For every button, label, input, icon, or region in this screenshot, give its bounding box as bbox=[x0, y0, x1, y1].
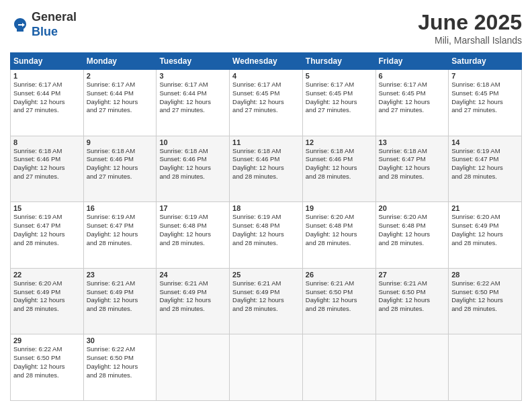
cell-content: Sunrise: 6:21 AM Sunset: 6:49 PM Dayligh… bbox=[232, 279, 300, 314]
table-cell: 10 Sunrise: 6:18 AM Sunset: 6:46 PM Dayl… bbox=[157, 136, 230, 202]
location: Mili, Marshall Islands bbox=[418, 35, 522, 46]
cell-content: Sunrise: 6:19 AM Sunset: 6:47 PM Dayligh… bbox=[451, 147, 519, 181]
day-number: 14 bbox=[451, 138, 519, 146]
day-number: 27 bbox=[379, 271, 446, 279]
logo: General Blue bbox=[10, 10, 77, 39]
table-row: 1 Sunrise: 6:17 AM Sunset: 6:44 PM Dayli… bbox=[11, 70, 522, 136]
cell-content: Sunrise: 6:20 AM Sunset: 6:48 PM Dayligh… bbox=[379, 213, 446, 247]
table-cell: 27 Sunrise: 6:21 AM Sunset: 6:50 PM Dayl… bbox=[375, 268, 449, 334]
cell-content: Sunrise: 6:19 AM Sunset: 6:48 PM Dayligh… bbox=[159, 213, 226, 247]
logo-blue: Blue bbox=[32, 25, 77, 40]
day-number: 2 bbox=[87, 72, 154, 80]
day-number: 21 bbox=[451, 204, 519, 212]
table-cell: 12 Sunrise: 6:18 AM Sunset: 6:46 PM Dayl… bbox=[302, 136, 375, 202]
cell-content: Sunrise: 6:18 AM Sunset: 6:46 PM Dayligh… bbox=[13, 147, 81, 181]
table-cell: 20 Sunrise: 6:20 AM Sunset: 6:48 PM Dayl… bbox=[375, 202, 449, 269]
day-number: 5 bbox=[306, 72, 373, 80]
day-number: 13 bbox=[379, 138, 446, 146]
cell-content: Sunrise: 6:17 AM Sunset: 6:44 PM Dayligh… bbox=[13, 81, 81, 115]
header: General Blue June 2025 Mili, Marshall Is… bbox=[10, 10, 522, 46]
table-cell: 1 Sunrise: 6:17 AM Sunset: 6:44 PM Dayli… bbox=[11, 70, 84, 136]
table-cell: 29 Sunrise: 6:22 AM Sunset: 6:50 PM Dayl… bbox=[11, 334, 84, 401]
day-number: 4 bbox=[232, 72, 300, 80]
cell-content: Sunrise: 6:20 AM Sunset: 6:48 PM Dayligh… bbox=[306, 213, 373, 247]
day-number: 22 bbox=[13, 271, 81, 279]
table-cell: 25 Sunrise: 6:21 AM Sunset: 6:49 PM Dayl… bbox=[230, 268, 303, 334]
table-cell: 26 Sunrise: 6:21 AM Sunset: 6:50 PM Dayl… bbox=[302, 268, 375, 334]
col-friday: Friday bbox=[375, 53, 449, 70]
day-number: 6 bbox=[379, 72, 446, 80]
table-cell: 16 Sunrise: 6:19 AM Sunset: 6:47 PM Dayl… bbox=[83, 202, 157, 269]
cell-content: Sunrise: 6:22 AM Sunset: 6:50 PM Dayligh… bbox=[87, 345, 154, 379]
cell-content: Sunrise: 6:21 AM Sunset: 6:50 PM Dayligh… bbox=[306, 279, 373, 314]
table-cell: 8 Sunrise: 6:18 AM Sunset: 6:46 PM Dayli… bbox=[11, 136, 84, 202]
page: General Blue June 2025 Mili, Marshall Is… bbox=[0, 0, 532, 411]
table-cell: 21 Sunrise: 6:20 AM Sunset: 6:49 PM Dayl… bbox=[449, 202, 522, 269]
day-number: 29 bbox=[13, 336, 81, 345]
table-row: 29 Sunrise: 6:22 AM Sunset: 6:50 PM Dayl… bbox=[11, 334, 522, 401]
table-row: 8 Sunrise: 6:18 AM Sunset: 6:46 PM Dayli… bbox=[11, 136, 522, 202]
cell-content: Sunrise: 6:17 AM Sunset: 6:45 PM Dayligh… bbox=[306, 81, 373, 115]
day-number: 8 bbox=[13, 138, 81, 146]
table-cell: 15 Sunrise: 6:19 AM Sunset: 6:47 PM Dayl… bbox=[11, 202, 84, 269]
day-number: 26 bbox=[306, 271, 373, 279]
cell-content: Sunrise: 6:19 AM Sunset: 6:47 PM Dayligh… bbox=[87, 213, 154, 247]
table-cell: 9 Sunrise: 6:18 AM Sunset: 6:46 PM Dayli… bbox=[83, 136, 157, 202]
table-cell: 28 Sunrise: 6:22 AM Sunset: 6:50 PM Dayl… bbox=[449, 268, 522, 334]
cell-content: Sunrise: 6:17 AM Sunset: 6:45 PM Dayligh… bbox=[232, 81, 300, 115]
table-cell bbox=[230, 334, 303, 401]
logo-general: General bbox=[32, 10, 77, 25]
col-monday: Monday bbox=[83, 53, 157, 70]
day-number: 23 bbox=[87, 271, 154, 279]
col-wednesday: Wednesday bbox=[230, 53, 303, 70]
cell-content: Sunrise: 6:18 AM Sunset: 6:46 PM Dayligh… bbox=[87, 147, 154, 181]
title-area: June 2025 Mili, Marshall Islands bbox=[418, 10, 522, 46]
table-cell: 4 Sunrise: 6:17 AM Sunset: 6:45 PM Dayli… bbox=[230, 70, 303, 136]
table-cell bbox=[302, 334, 375, 401]
header-row: Sunday Monday Tuesday Wednesday Thursday… bbox=[11, 53, 522, 70]
day-number: 28 bbox=[451, 271, 519, 279]
table-row: 22 Sunrise: 6:20 AM Sunset: 6:49 PM Dayl… bbox=[11, 268, 522, 334]
table-cell: 3 Sunrise: 6:17 AM Sunset: 6:44 PM Dayli… bbox=[157, 70, 230, 136]
cell-content: Sunrise: 6:17 AM Sunset: 6:44 PM Dayligh… bbox=[87, 81, 154, 115]
table-cell: 24 Sunrise: 6:21 AM Sunset: 6:49 PM Dayl… bbox=[157, 268, 230, 334]
day-number: 11 bbox=[232, 138, 300, 146]
day-number: 20 bbox=[379, 204, 446, 212]
cell-content: Sunrise: 6:18 AM Sunset: 6:46 PM Dayligh… bbox=[159, 147, 226, 181]
col-tuesday: Tuesday bbox=[157, 53, 230, 70]
col-thursday: Thursday bbox=[302, 53, 375, 70]
day-number: 24 bbox=[159, 271, 226, 279]
cell-content: Sunrise: 6:17 AM Sunset: 6:44 PM Dayligh… bbox=[159, 81, 226, 115]
month-title: June 2025 bbox=[418, 10, 522, 35]
cell-content: Sunrise: 6:21 AM Sunset: 6:50 PM Dayligh… bbox=[379, 279, 446, 314]
cell-content: Sunrise: 6:22 AM Sunset: 6:50 PM Dayligh… bbox=[13, 345, 81, 379]
logo-icon bbox=[10, 15, 30, 35]
day-number: 18 bbox=[232, 204, 300, 212]
table-cell: 30 Sunrise: 6:22 AM Sunset: 6:50 PM Dayl… bbox=[83, 334, 157, 401]
table-cell: 23 Sunrise: 6:21 AM Sunset: 6:49 PM Dayl… bbox=[83, 268, 157, 334]
table-cell: 13 Sunrise: 6:18 AM Sunset: 6:47 PM Dayl… bbox=[375, 136, 449, 202]
day-number: 19 bbox=[306, 204, 373, 212]
cell-content: Sunrise: 6:17 AM Sunset: 6:45 PM Dayligh… bbox=[379, 81, 446, 115]
cell-content: Sunrise: 6:18 AM Sunset: 6:45 PM Dayligh… bbox=[451, 81, 519, 115]
table-cell: 14 Sunrise: 6:19 AM Sunset: 6:47 PM Dayl… bbox=[449, 136, 522, 202]
calendar-table: Sunday Monday Tuesday Wednesday Thursday… bbox=[10, 52, 522, 401]
cell-content: Sunrise: 6:20 AM Sunset: 6:49 PM Dayligh… bbox=[451, 213, 519, 247]
table-cell: 19 Sunrise: 6:20 AM Sunset: 6:48 PM Dayl… bbox=[302, 202, 375, 269]
cell-content: Sunrise: 6:22 AM Sunset: 6:50 PM Dayligh… bbox=[451, 279, 519, 314]
table-cell: 22 Sunrise: 6:20 AM Sunset: 6:49 PM Dayl… bbox=[11, 268, 84, 334]
table-cell: 7 Sunrise: 6:18 AM Sunset: 6:45 PM Dayli… bbox=[449, 70, 522, 136]
cell-content: Sunrise: 6:19 AM Sunset: 6:47 PM Dayligh… bbox=[13, 213, 81, 247]
table-cell: 11 Sunrise: 6:18 AM Sunset: 6:46 PM Dayl… bbox=[230, 136, 303, 202]
table-cell: 6 Sunrise: 6:17 AM Sunset: 6:45 PM Dayli… bbox=[375, 70, 449, 136]
cell-content: Sunrise: 6:21 AM Sunset: 6:49 PM Dayligh… bbox=[159, 279, 226, 314]
col-saturday: Saturday bbox=[449, 53, 522, 70]
day-number: 1 bbox=[13, 72, 81, 80]
cell-content: Sunrise: 6:20 AM Sunset: 6:49 PM Dayligh… bbox=[13, 279, 81, 314]
table-cell: 18 Sunrise: 6:19 AM Sunset: 6:48 PM Dayl… bbox=[230, 202, 303, 269]
table-cell bbox=[157, 334, 230, 401]
logo-text: General Blue bbox=[32, 10, 77, 39]
table-row: 15 Sunrise: 6:19 AM Sunset: 6:47 PM Dayl… bbox=[11, 202, 522, 269]
table-cell: 5 Sunrise: 6:17 AM Sunset: 6:45 PM Dayli… bbox=[302, 70, 375, 136]
day-number: 10 bbox=[159, 138, 226, 146]
